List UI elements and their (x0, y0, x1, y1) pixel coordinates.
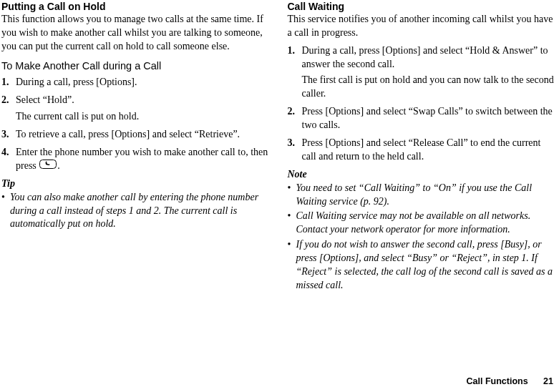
heading-hold: Putting a Call on Hold (1, 0, 272, 14)
note-label: Note (288, 168, 558, 182)
list-item: 4. Enter the phone number you wish to ma… (1, 146, 272, 173)
left-column: Putting a Call on Hold This function all… (1, 0, 272, 294)
step-text: Press [Options] and select “Release Call… (302, 137, 541, 162)
bullet-icon: • (1, 191, 10, 205)
intro-waiting: This service notifies you of another inc… (288, 13, 558, 40)
bullet-icon: • (288, 210, 296, 223)
list-item: • You need to set “Call Waiting” to “On”… (288, 182, 558, 209)
step-number: 1. (288, 44, 302, 58)
intro-hold: This function allows you to manage two c… (1, 13, 272, 54)
step-text: During a call, press [Options] and selec… (302, 45, 548, 69)
right-column: Call Waiting This service notifies you o… (288, 0, 558, 294)
tip-text: You can also make another call by enteri… (10, 191, 272, 232)
list-item: • Call Waiting service may not be availa… (288, 210, 558, 237)
step-body: Press [Options] and select “Swap Calls” … (302, 105, 558, 132)
step-body: Press [Options] and select “Release Call… (302, 137, 558, 164)
step-number: 3. (1, 128, 16, 142)
list-item: 1. During a call, press [Options]. (1, 76, 272, 89)
note-text: If you do not wish to answer the second … (296, 238, 558, 293)
step-body: To retrieve a call, press [Options] and … (16, 128, 272, 142)
step-number: 4. (1, 146, 16, 160)
list-item: 3. To retrieve a call, press [Options] a… (1, 128, 272, 142)
subheading-make-another-call: To Make Another Call during a Call (1, 59, 272, 74)
step-text: To retrieve a call, press [Options] and … (16, 129, 240, 139)
heading-waiting: Call Waiting (288, 0, 558, 14)
steps-waiting: 1. During a call, press [Options] and se… (288, 44, 558, 164)
bullet-icon: • (288, 238, 296, 252)
step-text-after: . (57, 160, 60, 171)
step-body: During a call, press [Options] and selec… (302, 44, 558, 102)
list-item: 2. Select “Hold”. The current call is pu… (1, 94, 272, 124)
tip-list: • You can also make another call by ente… (1, 191, 272, 232)
list-item: 1. During a call, press [Options] and se… (288, 44, 558, 102)
step-body: During a call, press [Options]. (16, 76, 272, 89)
list-item: 3. Press [Options] and select “Release C… (288, 137, 558, 164)
bullet-icon: • (288, 182, 296, 195)
page-number: 21 (543, 376, 553, 386)
note-list: • You need to set “Call Waiting” to “On”… (288, 182, 558, 293)
step-body: Select “Hold”. The current call is put o… (16, 94, 272, 124)
step-number: 2. (1, 94, 16, 107)
step-text: Select “Hold”. (16, 94, 74, 105)
call-key-icon (39, 160, 57, 173)
page-footer: Call Functions 21 (466, 376, 553, 388)
list-item: • You can also make another call by ente… (1, 191, 272, 232)
list-item: 2. Press [Options] and select “Swap Call… (288, 105, 558, 132)
step-number: 2. (288, 105, 302, 119)
step-number: 3. (288, 137, 302, 150)
steps-hold: 1. During a call, press [Options]. 2. Se… (1, 76, 272, 173)
step-cont: The current call is put on hold. (16, 110, 272, 124)
footer-title: Call Functions (466, 376, 528, 386)
step-number: 1. (1, 76, 16, 89)
step-text: During a call, press [Options]. (16, 77, 137, 87)
step-body: Enter the phone number you wish to make … (16, 146, 272, 173)
note-text: Call Waiting service may not be availabl… (296, 210, 558, 237)
list-item: • If you do not wish to answer the secon… (288, 238, 558, 293)
tip-label: Tip (1, 177, 272, 191)
svg-rect-0 (40, 160, 57, 168)
note-text: You need to set “Call Waiting” to “On” i… (296, 182, 558, 209)
step-cont: The first call is put on hold and you ca… (302, 74, 558, 101)
step-text: Press [Options] and select “Swap Calls” … (302, 106, 553, 130)
